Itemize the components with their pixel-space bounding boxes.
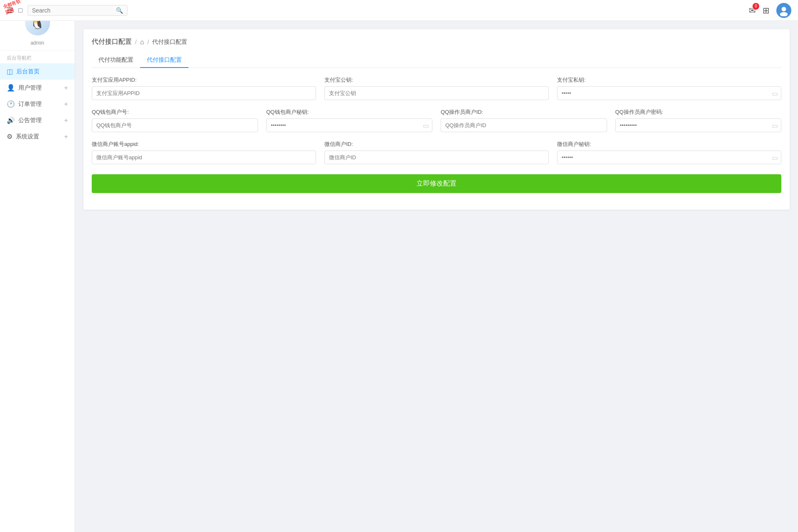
header-right: ✉ 0 ⊞	[749, 3, 791, 18]
alipay-row: 支付宝应用APPID: 支付宝公钥: 支付宝私钥: ▭	[92, 76, 781, 100]
wechat-row: 微信商户账号appid: 微信商户ID: 微信商户秘钥: ▭	[92, 141, 781, 164]
qq-merchant-group: QQ钱包商户号:	[92, 108, 258, 132]
wechat-appid-group: 微信商户账号appid:	[92, 141, 316, 164]
wechat-merchant-secret-input[interactable]	[557, 151, 781, 164]
sidebar-nav: ◫ 后台首页 👤 用户管理 + 🕐 订单管理 + 🔊 公告管理 + ⚙ 系统设置…	[0, 63, 75, 145]
qq-merchant-secret-input[interactable]	[266, 118, 433, 132]
breadcrumb-title: 代付接口配置	[92, 38, 132, 46]
expand-icon[interactable]: □	[18, 7, 23, 14]
wechat-appid-label: 微信商户账号appid:	[92, 141, 316, 148]
sidebar-item-settings[interactable]: ⚙ 系统设置 +	[0, 128, 75, 145]
alipay-privkey-label: 支付宝私钥:	[557, 76, 781, 84]
alipay-privkey-group: 支付宝私钥: ▭	[557, 76, 781, 100]
notification-badge: 0	[753, 3, 759, 10]
wechat-secret-wrapper: ▭	[557, 151, 781, 164]
qq-operator-pwd-input[interactable]	[615, 118, 782, 132]
grid-btn[interactable]: ⊞	[763, 5, 770, 15]
user-avatar-btn[interactable]	[776, 3, 791, 18]
sidebar-item-orders[interactable]: 🕐 订单管理 +	[0, 96, 75, 112]
sidebar-item-label-dashboard: 后台首页	[16, 68, 40, 75]
qq-row: QQ钱包商户号: QQ钱包商户秘钥: ▭ QQ操作员商户ID: QQ操作员商户密…	[92, 108, 781, 132]
search-input[interactable]	[32, 7, 116, 14]
wechat-merchant-secret-group: 微信商户秘钥: ▭	[557, 141, 781, 164]
form-section: 支付宝应用APPID: 支付宝公钥: 支付宝私钥: ▭	[92, 76, 781, 193]
tab-interface[interactable]: 代付接口配置	[140, 53, 188, 68]
search-box: 🔍	[28, 5, 128, 16]
qq-operator-pwd-label: QQ操作员商户密码:	[615, 108, 782, 116]
qq-operator-id-group: QQ操作员商户ID:	[441, 108, 607, 132]
breadcrumb-separator: /	[135, 39, 137, 45]
wechat-merchant-id-group: 微信商户ID:	[324, 141, 549, 164]
qq-secret-eye-icon[interactable]: ▭	[423, 121, 429, 129]
wechat-secret-eye-icon[interactable]: ▭	[772, 153, 778, 161]
alipay-appid-input[interactable]	[92, 86, 316, 100]
sidebar-item-label-users: 用户管理	[18, 84, 42, 92]
sidebar-item-announcements[interactable]: 🔊 公告管理 +	[0, 112, 75, 128]
qq-merchant-input[interactable]	[92, 118, 258, 132]
announcements-icon: 🔊	[7, 116, 15, 124]
qq-merchant-secret-group: QQ钱包商户秘钥: ▭	[266, 108, 433, 132]
sidebar-item-users[interactable]: 👤 用户管理 +	[0, 80, 75, 96]
qq-secret-wrapper: ▭	[266, 118, 433, 132]
alipay-appid-group: 支付宝应用APPID:	[92, 76, 316, 100]
alipay-privkey-input[interactable]	[557, 86, 781, 100]
qq-operator-pwd-group: QQ操作员商户密码: ▭	[615, 108, 782, 132]
tabs: 代付功能配置 代付接口配置	[92, 53, 781, 68]
qq-pwd-wrapper: ▭	[615, 118, 782, 132]
header-left: ☰ □ 🔍	[7, 5, 128, 16]
alipay-privkey-wrapper: ▭	[557, 86, 781, 100]
breadcrumb-separator2: /	[148, 39, 149, 45]
alipay-pubkey-input[interactable]	[324, 86, 549, 100]
wechat-merchant-id-label: 微信商户ID:	[324, 141, 549, 148]
alipay-appid-label: 支付宝应用APPID:	[92, 76, 316, 84]
submit-button[interactable]: 立即修改配置	[92, 174, 781, 193]
admin-label: admin	[30, 40, 44, 46]
settings-icon: ⚙	[7, 133, 13, 141]
breadcrumb: 代付接口配置 / ⌂ / 代付接口配置	[92, 38, 781, 46]
notification-btn[interactable]: ✉ 0	[749, 5, 756, 15]
wechat-merchant-secret-label: 微信商户秘钥:	[557, 141, 781, 148]
alipay-privkey-eye-icon[interactable]: ▭	[772, 89, 778, 97]
announcements-plus-icon[interactable]: +	[64, 117, 68, 124]
sidebar-item-label-announcements: 公告管理	[18, 117, 42, 124]
users-icon: 👤	[7, 84, 15, 92]
wechat-merchant-id-input[interactable]	[324, 151, 549, 164]
qq-operator-id-input[interactable]	[441, 118, 607, 132]
top-header: ☰ □ 🔍 ✉ 0 ⊞	[0, 0, 798, 21]
sidebar-item-dashboard[interactable]: ◫ 后台首页	[0, 63, 75, 80]
sidebar-item-label-orders: 订单管理	[18, 100, 42, 108]
dashboard-icon: ◫	[7, 68, 13, 75]
tab-function[interactable]: 代付功能配置	[92, 53, 140, 68]
sidebar: 🐧 admin 后台导航栏 ◫ 后台首页 👤 用户管理 + 🕐 订单管理 + 🔊…	[0, 0, 75, 532]
svg-point-1	[782, 7, 786, 11]
qq-operator-id-label: QQ操作员商户ID:	[441, 108, 607, 116]
orders-plus-icon[interactable]: +	[64, 100, 68, 108]
settings-plus-icon[interactable]: +	[64, 133, 68, 141]
wechat-appid-input[interactable]	[92, 151, 316, 164]
qq-pwd-eye-icon[interactable]: ▭	[772, 121, 778, 129]
menu-icon[interactable]: ☰	[7, 6, 13, 15]
alipay-pubkey-group: 支付宝公钥:	[324, 76, 549, 100]
sidebar-item-label-settings: 系统设置	[16, 133, 39, 141]
alipay-pubkey-label: 支付宝公钥:	[324, 76, 549, 84]
breadcrumb-home-icon[interactable]: ⌂	[140, 38, 144, 46]
qq-merchant-label: QQ钱包商户号:	[92, 108, 258, 116]
qq-merchant-secret-label: QQ钱包商户秘钥:	[266, 108, 433, 116]
breadcrumb-current: 代付接口配置	[152, 38, 187, 46]
main-content: 代付接口配置 / ⌂ / 代付接口配置 代付功能配置 代付接口配置 支付宝应用A…	[75, 21, 798, 532]
nav-section-label: 后台导航栏	[0, 50, 75, 63]
users-plus-icon[interactable]: +	[64, 84, 68, 92]
page-card: 代付接口配置 / ⌂ / 代付接口配置 代付功能配置 代付接口配置 支付宝应用A…	[83, 29, 790, 210]
search-icon-btn[interactable]: 🔍	[116, 7, 123, 14]
orders-icon: 🕐	[7, 100, 15, 108]
